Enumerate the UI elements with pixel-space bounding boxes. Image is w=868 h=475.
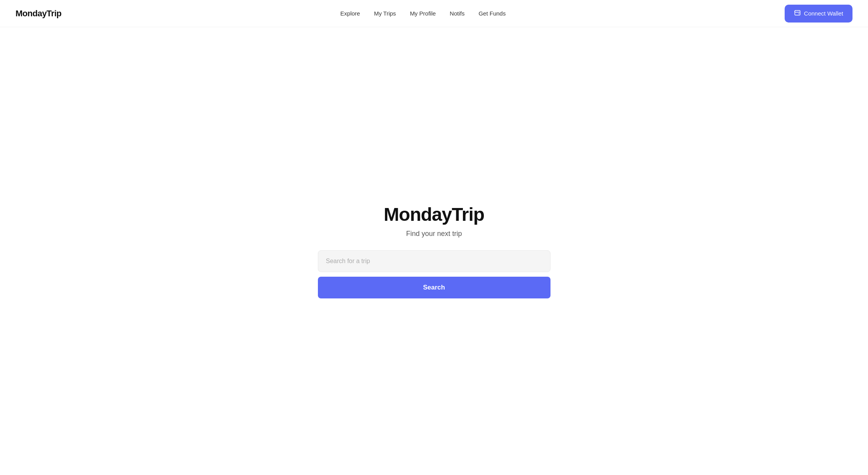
nav-notifs[interactable]: Notifs [450, 10, 464, 17]
wallet-svg-icon [794, 9, 801, 16]
svg-point-0 [798, 13, 799, 14]
search-button[interactable]: Search [318, 277, 550, 298]
nav-explore[interactable]: Explore [340, 10, 360, 17]
nav-my-trips[interactable]: My Trips [374, 10, 396, 17]
header: MondayTrip Explore My Trips My Profile N… [0, 0, 868, 27]
search-container: Search [318, 250, 550, 298]
hero-subtitle: Find your next trip [406, 230, 462, 238]
main-content: MondayTrip Find your next trip Search [0, 27, 868, 475]
connect-wallet-button[interactable]: Connect Wallet [785, 5, 852, 23]
nav-my-profile[interactable]: My Profile [410, 10, 436, 17]
connect-wallet-label: Connect Wallet [804, 10, 843, 17]
main-nav: Explore My Trips My Profile Notifs Get F… [340, 10, 506, 17]
nav-get-funds[interactable]: Get Funds [478, 10, 506, 17]
search-input[interactable] [318, 250, 550, 272]
wallet-icon [794, 9, 801, 18]
hero-title: MondayTrip [384, 204, 484, 225]
logo[interactable]: MondayTrip [16, 9, 61, 19]
